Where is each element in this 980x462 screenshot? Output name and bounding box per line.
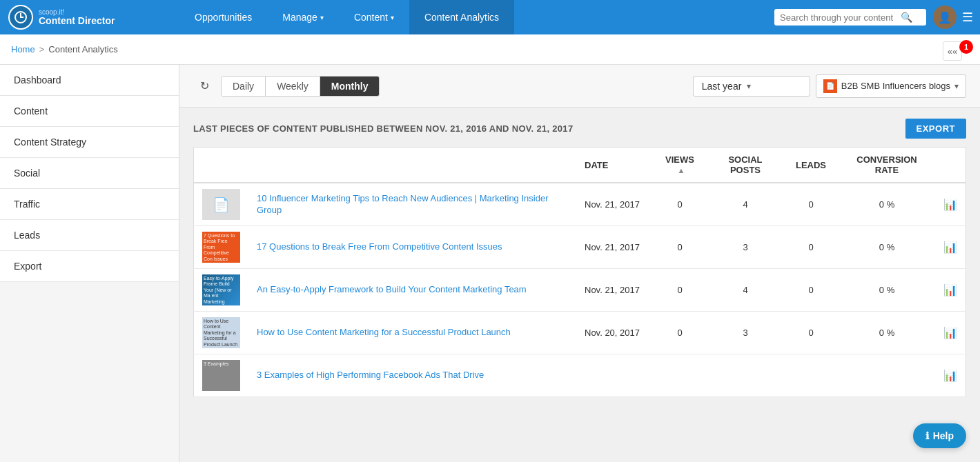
notification-badge[interactable]: 1 <box>959 40 973 54</box>
cell-title: How to Use Content Marketing for a Succe… <box>248 312 576 354</box>
cell-chart-action[interactable]: 📊 <box>935 354 966 397</box>
main-nav: Opportunities Manage ▾ Content ▾ Content… <box>179 0 767 34</box>
bar-chart-icon[interactable]: 📊 <box>943 241 957 253</box>
cell-social-posts <box>707 354 783 397</box>
cell-leads: 0 <box>783 183 839 226</box>
content-link[interactable]: 3 Examples of High Performing Facebook A… <box>257 370 484 380</box>
col-social-posts: SOCIAL POSTS <box>707 148 783 183</box>
bar-chart-icon[interactable]: 📊 <box>943 327 957 339</box>
nav-manage[interactable]: Manage ▾ <box>267 0 339 34</box>
table-row: 📄 10 Influencer Marketing Tips to Reach … <box>194 183 966 226</box>
cell-social-posts: 3 <box>707 312 783 354</box>
table-area: LAST PIECES OF CONTENT PUBLISHED BETWEEN… <box>179 108 980 462</box>
topic-icon: 📄 <box>823 79 837 93</box>
avatar[interactable]: 👤 <box>933 6 957 29</box>
cell-thumb: 3 Examples <box>194 354 249 397</box>
help-button[interactable]: ℹ Help <box>913 423 966 448</box>
cell-chart-action[interactable]: 📊 <box>935 312 966 354</box>
cell-title: 10 Influencer Marketing Tips to Reach Ne… <box>248 183 576 226</box>
col-leads: LEADS <box>783 148 839 183</box>
cell-leads <box>783 354 839 397</box>
cell-date: Nov. 21, 2017 <box>576 226 652 269</box>
logo-title: Content Director <box>39 16 115 26</box>
content-link[interactable]: 17 Questions to Break Free From Competit… <box>257 241 502 252</box>
cell-conversion-rate: 0 % <box>839 183 935 226</box>
sidebar-item-content[interactable]: Content <box>0 96 179 127</box>
cell-social-posts: 4 <box>707 183 783 226</box>
content-chevron-icon: ▾ <box>391 14 394 21</box>
cell-leads: 0 <box>783 312 839 354</box>
table-row: Easy-to-Apply Frame Build Your (New or M… <box>194 269 966 312</box>
nav-content-analytics[interactable]: Content Analytics <box>409 0 514 34</box>
thumb-image: 7 Questions to Break Free From Competiti… <box>202 232 240 263</box>
sidebar: Dashboard Content Content Strategy Socia… <box>0 65 179 462</box>
logo-icon <box>8 5 33 30</box>
cell-title: 3 Examples of High Performing Facebook A… <box>248 354 576 397</box>
bar-chart-icon[interactable]: 📊 <box>943 284 957 296</box>
help-icon: ℹ <box>925 430 929 441</box>
refresh-button[interactable]: ↻ <box>193 75 215 97</box>
logo-text: scoop.it! Content Director <box>39 8 115 26</box>
tab-daily[interactable]: Daily <box>222 77 266 96</box>
cell-thumb: 7 Questions to Break Free From Competiti… <box>194 226 249 269</box>
search-icon[interactable]: 🔍 <box>901 12 912 23</box>
thumb-placeholder: 📄 <box>202 189 240 220</box>
table-header-row: LAST PIECES OF CONTENT PUBLISHED BETWEEN… <box>193 119 966 139</box>
cell-chart-action[interactable]: 📊 <box>935 269 966 312</box>
sidebar-item-leads[interactable]: Leads <box>0 220 179 251</box>
cell-chart-action[interactable]: 📊 <box>935 226 966 269</box>
col-title <box>248 148 576 183</box>
thumb-image: How to Use Content Marketing for a Succe… <box>202 317 240 348</box>
tab-weekly[interactable]: Weekly <box>266 77 320 96</box>
topic-chevron-icon: ▾ <box>954 81 959 91</box>
sidebar-item-dashboard[interactable]: Dashboard <box>0 65 179 96</box>
content-link[interactable]: 10 Influencer Marketing Tips to Reach Ne… <box>257 193 548 215</box>
date-range-dropdown[interactable]: Last year ▾ <box>693 76 810 97</box>
cell-leads: 0 <box>783 269 839 312</box>
data-table: DATE VIEWS ▲ SOCIAL POSTS LEADS CONVERSI… <box>193 147 966 397</box>
cell-conversion-rate: 0 % <box>839 269 935 312</box>
cell-views <box>652 354 707 397</box>
table-row: 7 Questions to Break Free From Competiti… <box>194 226 966 269</box>
bar-chart-icon[interactable]: 📊 <box>943 199 957 210</box>
search-input[interactable] <box>780 12 901 23</box>
views-sort-icon: ▲ <box>678 166 685 174</box>
table-row: How to Use Content Marketing for a Succe… <box>194 312 966 354</box>
nav-opportunities[interactable]: Opportunities <box>179 0 267 34</box>
header-right: 👤 ☰ <box>933 6 980 29</box>
toolbar: ↻ Daily Weekly Monthly Last year ▾ 📄 B2B… <box>179 65 980 108</box>
content-link[interactable]: How to Use Content Marketing for a Succe… <box>257 327 511 337</box>
cell-views: 0 <box>652 183 707 226</box>
col-chart <box>935 148 966 183</box>
header: scoop.it! Content Director Opportunities… <box>0 0 980 34</box>
nav-content[interactable]: Content ▾ <box>339 0 409 34</box>
cell-views: 0 <box>652 226 707 269</box>
bar-chart-icon[interactable]: 📊 <box>943 370 957 381</box>
cell-date <box>576 354 652 397</box>
breadcrumb-home[interactable]: Home <box>11 44 35 54</box>
main-layout: Dashboard Content Content Strategy Socia… <box>0 65 980 462</box>
cell-conversion-rate: 0 % <box>839 226 935 269</box>
tab-monthly[interactable]: Monthly <box>320 77 380 96</box>
hamburger-icon[interactable]: ☰ <box>962 10 973 25</box>
search-area: 🔍 <box>774 9 926 26</box>
cell-title: 17 Questions to Break Free From Competit… <box>248 226 576 269</box>
sidebar-item-export[interactable]: Export <box>0 251 179 282</box>
cell-date: Nov. 20, 2017 <box>576 312 652 354</box>
help-label: Help <box>933 430 954 441</box>
export-button[interactable]: EXPORT <box>905 119 966 139</box>
cell-conversion-rate: 0 % <box>839 312 935 354</box>
topic-dropdown[interactable]: 📄 B2B SMB Influencers blogs ▾ <box>816 74 966 98</box>
content-area: ↻ Daily Weekly Monthly Last year ▾ 📄 B2B… <box>179 65 980 462</box>
cell-views: 0 <box>652 269 707 312</box>
manage-chevron-icon: ▾ <box>320 14 324 21</box>
col-views[interactable]: VIEWS ▲ <box>652 148 707 183</box>
sidebar-item-social[interactable]: Social <box>0 158 179 189</box>
cell-conversion-rate <box>839 354 935 397</box>
thumb-image: 3 Examples <box>202 360 240 391</box>
sidebar-item-traffic[interactable]: Traffic <box>0 189 179 220</box>
cell-chart-action[interactable]: 📊 <box>935 183 966 226</box>
cell-thumb: Easy-to-Apply Frame Build Your (New or M… <box>194 269 249 312</box>
content-link[interactable]: An Easy-to-Apply Framework to Build Your… <box>257 284 527 294</box>
sidebar-item-content-strategy[interactable]: Content Strategy <box>0 127 179 158</box>
